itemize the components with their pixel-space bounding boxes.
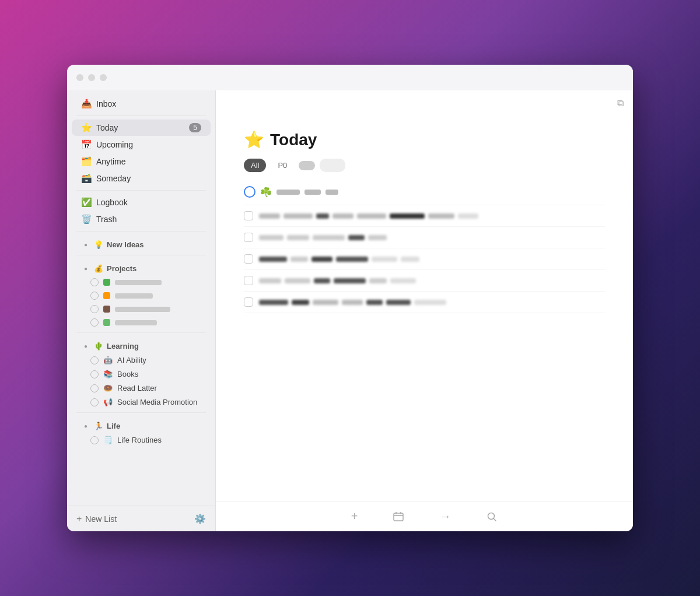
sidebar-item-someday[interactable]: 🗃️ Someday <box>72 170 211 187</box>
content-main: ⭐ Today All P0 ☘️ <box>216 116 633 501</box>
section-projects[interactable]: ● 💰 Projects <box>72 259 211 275</box>
task-checkbox-2[interactable] <box>244 233 253 242</box>
sidebar-item-inbox[interactable]: 📥 Inbox <box>72 96 211 112</box>
traffic-light-close[interactable] <box>76 74 83 81</box>
sidebar-item-logbook[interactable]: ✅ Logbook <box>72 194 211 211</box>
sidebar-project-2[interactable] <box>72 289 211 302</box>
section-life[interactable]: ● 🏃 Life <box>72 416 211 433</box>
task-text-5 <box>259 300 605 305</box>
task-section-text-1 <box>276 190 300 195</box>
project-circle-3 <box>90 305 99 313</box>
task-items <box>244 205 605 313</box>
add-button[interactable]: + <box>351 510 358 523</box>
ai-icon: 🤖 <box>103 356 113 364</box>
sidebar: 📥 Inbox ⭐ Today 5 📅 Upcoming 🗂️ <box>67 90 216 531</box>
collapse-learning-icon: ● <box>81 341 90 350</box>
task-row-1 <box>244 205 605 227</box>
sidebar-books[interactable]: 📚 Books <box>72 367 211 381</box>
sidebar-ai-ability[interactable]: 🤖 AI Ability <box>72 353 211 367</box>
task-text-1 <box>259 213 605 219</box>
chunk <box>390 213 425 219</box>
sidebar-social-media[interactable]: 📢 Social Media Promotion <box>72 395 211 409</box>
divider-5 <box>76 332 206 333</box>
chunk <box>369 278 387 283</box>
sidebar-item-today[interactable]: ⭐ Today 5 <box>72 120 211 136</box>
task-checkbox-1[interactable] <box>244 211 253 220</box>
social-icon: 📢 <box>103 398 113 406</box>
chunk <box>357 213 386 219</box>
chunk <box>290 257 308 262</box>
chunk <box>259 300 288 305</box>
sidebar-anytime-label: Anytime <box>96 157 201 166</box>
sidebar-project-3[interactable] <box>72 303 211 315</box>
filter-extra <box>320 159 345 172</box>
task-checkbox-4[interactable] <box>244 276 253 285</box>
navigate-button[interactable]: → <box>439 510 451 523</box>
social-circle <box>90 398 99 406</box>
filter-all[interactable]: All <box>244 159 266 172</box>
filter-bar: All P0 <box>244 159 605 172</box>
sidebar-project-4[interactable] <box>72 316 211 329</box>
divider-2 <box>76 190 206 191</box>
sidebar-project-1[interactable] <box>72 276 211 289</box>
chunk <box>292 300 309 305</box>
section-learning[interactable]: ● 🌵 Learning <box>72 336 211 353</box>
sidebar-trash-label: Trash <box>96 215 201 224</box>
chunk <box>428 213 454 219</box>
books-circle <box>90 370 99 378</box>
task-checkbox-3[interactable] <box>244 254 253 264</box>
filter-icon[interactable]: ⚙️ <box>194 513 206 524</box>
new-list-button[interactable]: + New List <box>76 514 117 524</box>
chunk <box>312 257 332 262</box>
chunk <box>334 278 366 283</box>
learning-label: Learning <box>107 342 139 350</box>
today-icon: ⭐ <box>81 122 92 133</box>
task-checkbox-5[interactable] <box>244 297 253 307</box>
svg-point-4 <box>488 513 495 519</box>
books-label: Books <box>117 370 138 378</box>
filter-toggle[interactable] <box>299 161 315 170</box>
filter-p0[interactable]: P0 <box>271 159 294 172</box>
project-dot-1 <box>103 279 110 286</box>
content-top-bar: ⧉ <box>216 90 633 116</box>
project-text-4 <box>115 320 157 325</box>
task-section: ☘️ <box>244 186 605 313</box>
chunk <box>332 213 354 219</box>
life-routines-label: Life Routines <box>117 436 162 444</box>
sidebar-item-upcoming[interactable]: 📅 Upcoming <box>72 136 211 153</box>
traffic-light-fullscreen[interactable] <box>100 74 107 81</box>
chunk <box>285 278 310 283</box>
chunk <box>372 257 397 262</box>
search-button[interactable] <box>486 511 498 523</box>
traffic-light-minimize[interactable] <box>88 74 95 81</box>
life-routines-icon: 🗒️ <box>103 436 113 444</box>
chunk <box>401 257 419 262</box>
chunk <box>259 235 284 240</box>
sidebar-inbox-label: Inbox <box>96 99 201 108</box>
chunk <box>313 300 338 305</box>
sidebar-read-latter[interactable]: 🍩 Read Latter <box>72 381 211 395</box>
read-latter-label: Read Latter <box>117 384 157 392</box>
section-new-ideas[interactable]: ● 💡 New Ideas <box>72 235 211 251</box>
plus-icon: + <box>76 514 82 524</box>
collapse-projects-icon: ● <box>81 264 90 273</box>
sidebar-item-anytime[interactable]: 🗂️ Anytime <box>72 153 211 170</box>
collapse-new-ideas-icon: ● <box>81 240 90 249</box>
sidebar-item-trash[interactable]: 🗑️ Trash <box>72 211 211 227</box>
project-circle-1 <box>90 278 99 286</box>
task-row-3 <box>244 248 605 270</box>
sidebar-life-routines[interactable]: 🗒️ Life Routines <box>72 433 211 447</box>
project-circle-2 <box>90 292 99 300</box>
projects-label: Projects <box>107 264 136 273</box>
chunk <box>259 213 280 219</box>
project-text-1 <box>115 280 162 285</box>
chunk <box>284 213 313 219</box>
copy-icon[interactable]: ⧉ <box>617 98 624 108</box>
calendar-button[interactable] <box>393 511 404 523</box>
task-text-3 <box>259 257 605 262</box>
learning-icon: 🌵 <box>94 342 103 350</box>
chunk <box>259 278 281 283</box>
sidebar-footer: + New List ⚙️ <box>67 506 215 531</box>
chunk <box>414 300 446 305</box>
traffic-lights <box>76 74 107 81</box>
